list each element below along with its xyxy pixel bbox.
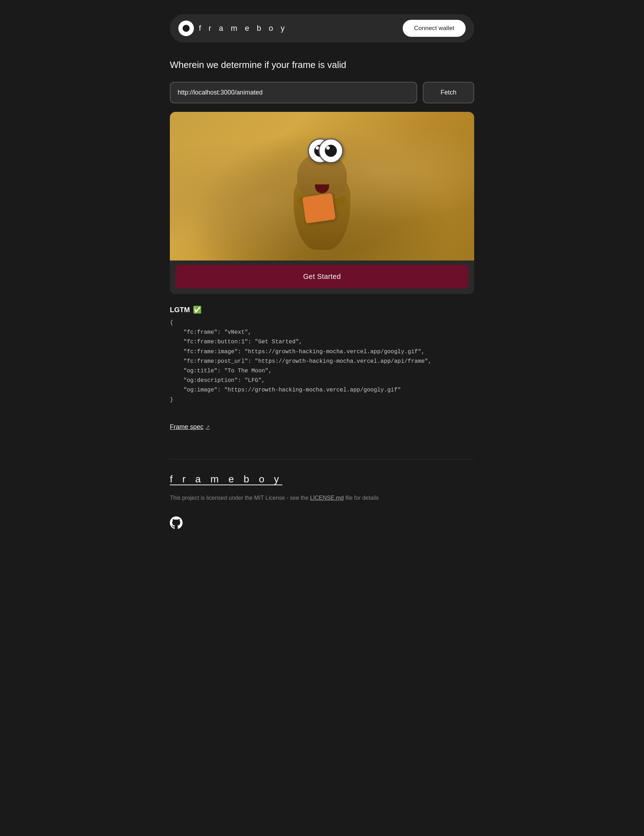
connect-wallet-button[interactable]: Connect wallet [403, 20, 466, 37]
external-link-icon: ↗ [205, 424, 210, 430]
footer-license: This project is licensed under the MIT L… [170, 493, 474, 503]
result-section: LGTM ✅ { "fc:frame": "vNext", "fc:frame:… [170, 305, 474, 405]
fetch-button[interactable]: Fetch [423, 82, 474, 103]
footer-logo: f r a m e b o y [170, 474, 474, 485]
frame-image [170, 112, 474, 261]
checkmark-icon: ✅ [193, 305, 202, 314]
footer: f r a m e b o y This project is licensed… [170, 459, 474, 529]
url-input[interactable] [170, 82, 417, 103]
github-icon[interactable] [170, 516, 183, 529]
logo-area: f r a m e b o y [178, 21, 287, 36]
logo-icon [178, 21, 194, 36]
card-in-hands [302, 193, 336, 223]
license-text-after: file for details [344, 495, 378, 501]
input-row: Fetch [170, 82, 474, 103]
json-output: { "fc:frame": "vNext", "fc:frame:button:… [170, 318, 474, 405]
main-content: Wherein we determine if your frame is va… [170, 59, 474, 431]
get-started-button[interactable]: Get Started [176, 265, 468, 289]
logo-circle-inner [183, 25, 190, 32]
license-link[interactable]: LICENSE.md [310, 495, 344, 501]
frame-preview: Get Started [170, 112, 474, 294]
page-headline: Wherein we determine if your frame is va… [170, 59, 474, 70]
squirrel-illustration [272, 119, 372, 253]
license-text-before: This project is licensed under the MIT L… [170, 495, 310, 501]
lgtm-status: LGTM ✅ [170, 305, 474, 314]
header: f r a m e b o y Connect wallet [170, 14, 474, 42]
frame-spec-label: Frame spec [170, 423, 204, 431]
logo-text: f r a m e b o y [199, 24, 287, 33]
frame-button-area: Get Started [170, 261, 474, 294]
lgtm-text: LGTM [170, 306, 190, 314]
eye-right [318, 139, 343, 163]
pupil-right [325, 145, 337, 157]
frame-spec-link[interactable]: Frame spec ↗ [170, 423, 474, 431]
